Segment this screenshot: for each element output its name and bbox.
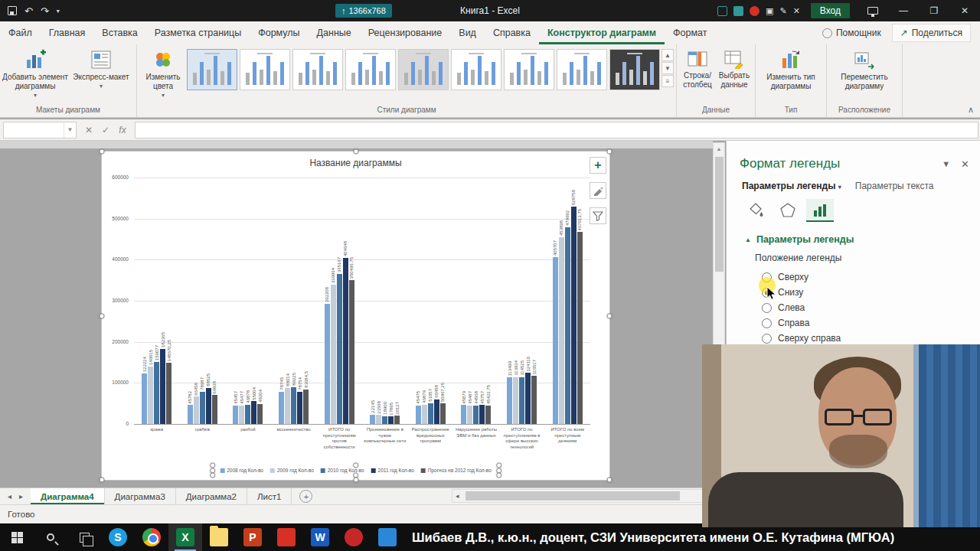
undo-icon[interactable]: ↶ (24, 5, 33, 17)
horizontal-scrollbar[interactable]: ◂ (452, 489, 712, 503)
chart-style-thumbnail-2[interactable] (240, 49, 290, 90)
selection-handle[interactable] (100, 313, 105, 318)
legend-item[interactable]: Прогноз на 2012 год Кол-во (421, 468, 492, 473)
move-chart-button[interactable]: Переместить диаграмму (829, 46, 900, 91)
selection-handle[interactable] (607, 313, 612, 318)
ribbon-tab-4[interactable]: Формулы (250, 21, 308, 44)
radio-icon[interactable] (762, 318, 772, 328)
pane-close-icon[interactable]: ✕ (961, 158, 969, 170)
chart-legend[interactable]: 2008 год Кол-во2009 год Кол-во2010 год К… (212, 465, 499, 475)
excel-taskbar-button[interactable]: X (168, 523, 202, 551)
select-data-button[interactable]: Выбрать данные (716, 46, 753, 90)
chart-style-thumbnail-1[interactable] (187, 49, 237, 90)
name-box-caret-icon[interactable]: ▼ (64, 122, 76, 138)
effects-icon[interactable] (774, 199, 802, 222)
chart-style-thumbnail-5[interactable] (398, 49, 449, 90)
ribbon-tab-3[interactable]: Разметка страницы (146, 21, 250, 44)
chart-filters-button[interactable] (590, 207, 606, 224)
vertical-scroll-thumb[interactable] (715, 157, 724, 272)
assistant-button[interactable]: Помощник (822, 28, 881, 38)
save-icon[interactable] (8, 6, 17, 15)
radio-icon[interactable] (762, 334, 772, 344)
sheet-canvas[interactable]: Название диаграммы 010000020000030000040… (0, 141, 726, 487)
restore-button[interactable]: ❐ (919, 0, 949, 21)
powerpoint-taskbar-button[interactable]: P (236, 523, 270, 551)
legend-options-section[interactable]: ▲ Параметры легенды (727, 222, 980, 245)
pencil-tool-icon[interactable]: ✎ (779, 6, 786, 16)
search-button[interactable] (34, 523, 67, 551)
new-sheet-button[interactable]: + (299, 490, 312, 503)
sign-in-button[interactable]: Вход (811, 3, 850, 18)
radio-icon[interactable] (762, 303, 772, 313)
add-chart-element-button[interactable]: Добавить элемент диаграммы▾ (2, 46, 68, 99)
gallery-up-icon[interactable]: ▲ (662, 49, 674, 61)
sheet-tab-1[interactable]: Диаграмма3 (105, 488, 176, 504)
insert-function-button[interactable]: fx (115, 125, 130, 135)
horizontal-scroll-thumb[interactable] (466, 491, 680, 500)
legend-item[interactable]: 2008 год Кол-во (220, 468, 263, 473)
legend-position-option-1[interactable]: Снизу (762, 285, 980, 300)
selection-handle[interactable] (353, 463, 358, 468)
legend-item[interactable]: 2009 год Кол-во (270, 468, 314, 473)
collapse-ribbon-icon[interactable]: ∧ (968, 105, 974, 115)
ribbon-tab-7[interactable]: Вид (450, 21, 485, 44)
legend-item[interactable]: 2011 год Кол-во (371, 468, 414, 473)
selection-handle[interactable] (210, 473, 215, 478)
chart-style-thumbnail-9[interactable] (609, 49, 660, 90)
file-explorer-taskbar-button[interactable] (202, 523, 236, 551)
chart-styles-button[interactable] (590, 182, 606, 199)
start-button[interactable] (0, 523, 34, 551)
legend-position-option-2[interactable]: Слева (762, 300, 980, 315)
chart-title[interactable]: Название диаграммы (102, 158, 609, 168)
display-settings-icon[interactable] (858, 0, 888, 21)
tab-text-options[interactable]: Параметры текста (855, 181, 934, 191)
ribbon-tab-5[interactable]: Данные (309, 21, 360, 44)
switch-row-column-button[interactable]: Строка/ столбец (679, 46, 716, 90)
sheet-tab-2[interactable]: Диаграмма2 (176, 488, 247, 504)
share-button[interactable]: ↗ Поделиться (892, 24, 971, 42)
selection-handle[interactable] (496, 473, 501, 478)
selection-handle[interactable] (100, 149, 105, 155)
ribbon-tab-2[interactable]: Вставка (93, 21, 145, 44)
legend-options-icon[interactable] (806, 199, 834, 222)
tab-legend-options[interactable]: Параметры легенды ▾ (742, 181, 841, 191)
scroll-up-icon[interactable]: ▲ (714, 143, 724, 155)
legend-item[interactable]: 2010 год Кол-во (321, 468, 364, 473)
customize-qat-icon[interactable]: ▾ (57, 8, 60, 15)
sheet-nav-right-icon[interactable]: ▸ (19, 492, 23, 500)
red-app-taskbar-button[interactable] (270, 523, 303, 551)
name-box[interactable]: ▼ (3, 122, 77, 139)
chart-style-thumbnail-3[interactable] (292, 49, 343, 90)
redo-icon[interactable]: ↷ (41, 5, 49, 17)
camera-app-taskbar-button[interactable] (371, 523, 404, 551)
task-view-button[interactable] (67, 523, 101, 551)
legend-position-option-3[interactable]: Справа (762, 315, 980, 331)
formula-input[interactable] (135, 122, 978, 139)
ribbon-tab-8[interactable]: Справка (485, 21, 539, 44)
chart-style-thumbnail-6[interactable] (451, 49, 501, 90)
teal-tool-icon[interactable] (717, 6, 727, 16)
chart-style-thumbnail-4[interactable] (345, 49, 396, 90)
sheet-nav-left-icon[interactable]: ◂ (8, 492, 11, 500)
gallery-more-icon[interactable]: ≡ (662, 75, 674, 87)
word-taskbar-button[interactable]: W (303, 523, 337, 551)
selection-handle[interactable] (607, 149, 612, 155)
ribbon-tab-10[interactable]: Формат (665, 21, 715, 44)
minimize-button[interactable]: — (888, 0, 919, 21)
fill-line-icon[interactable] (742, 199, 769, 222)
selection-handle[interactable] (607, 478, 612, 483)
legend-position-option-0[interactable]: Сверху (762, 269, 980, 285)
sheet-tab-0[interactable]: Диаграмма4 (31, 488, 105, 504)
cancel-icon[interactable]: ✕ (81, 125, 96, 135)
chart[interactable]: Название диаграммы 010000020000030000040… (101, 151, 610, 481)
quick-layout-button[interactable]: Экспресс-макет▾ (68, 46, 134, 90)
record-dot-icon[interactable] (750, 6, 760, 16)
close-button[interactable]: ✕ (949, 0, 980, 21)
ribbon-tab-0[interactable]: Файл (0, 21, 41, 44)
ribbon-tab-1[interactable]: Главная (41, 21, 94, 44)
enter-icon[interactable]: ✓ (98, 125, 113, 135)
sheet-tab-3[interactable]: Лист1 (247, 488, 292, 504)
gallery-down-icon[interactable]: ▼ (662, 62, 674, 74)
camera-tool-icon[interactable]: ▣ (766, 6, 773, 16)
skype-taskbar-button[interactable]: S (101, 523, 135, 551)
